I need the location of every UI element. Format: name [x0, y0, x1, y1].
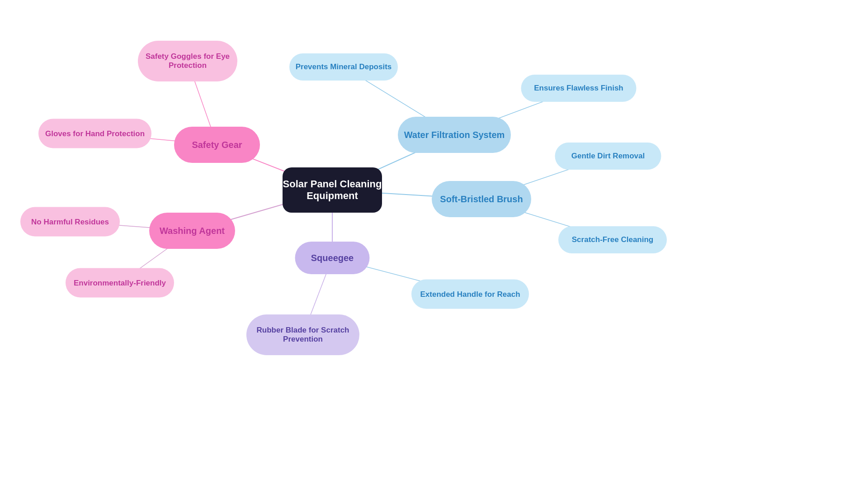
no-residues-node: No Harmful Residues — [20, 207, 120, 237]
prevents-minerals-label: Prevents Mineral Deposits — [296, 62, 392, 71]
rubber-blade-node: Rubber Blade for Scratch Prevention — [246, 314, 359, 355]
scratch-free-label: Scratch-Free Cleaning — [572, 235, 653, 244]
no-residues-label: No Harmful Residues — [31, 217, 109, 226]
center-node: Solar Panel Cleaning Equipment — [283, 167, 382, 213]
center-label: Solar Panel Cleaning Equipment — [283, 178, 382, 202]
extended-handle-label: Extended Handle for Reach — [420, 290, 520, 299]
goggles-node: Safety Goggles for Eye Protection — [138, 41, 237, 81]
flawless-finish-label: Ensures Flawless Finish — [534, 84, 623, 93]
soft-brush-node: Soft-Bristled Brush — [432, 181, 531, 217]
gloves-label: Gloves for Hand Protection — [45, 129, 145, 138]
eco-friendly-node: Environmentally-Friendly — [66, 268, 174, 298]
soft-brush-label: Soft-Bristled Brush — [440, 194, 523, 205]
rubber-blade-label: Rubber Blade for Scratch Prevention — [246, 326, 359, 344]
water-filtration-label: Water Filtration System — [404, 130, 505, 140]
gentle-dirt-label: Gentle Dirt Removal — [571, 152, 645, 161]
washing-agent-node: Washing Agent — [149, 213, 235, 249]
prevents-minerals-node: Prevents Mineral Deposits — [289, 53, 398, 81]
gentle-dirt-node: Gentle Dirt Removal — [555, 143, 661, 170]
goggles-label: Safety Goggles for Eye Protection — [138, 52, 237, 70]
flawless-finish-node: Ensures Flawless Finish — [521, 75, 637, 102]
water-filtration-node: Water Filtration System — [398, 117, 511, 153]
squeegee-label: Squeegee — [311, 253, 354, 263]
eco-friendly-label: Environmentally-Friendly — [74, 278, 166, 287]
extended-handle-node: Extended Handle for Reach — [411, 280, 529, 309]
washing-agent-label: Washing Agent — [160, 226, 225, 236]
scratch-free-node: Scratch-Free Cleaning — [558, 226, 667, 253]
safety-gear-node: Safety Gear — [174, 127, 260, 163]
squeegee-node: Squeegee — [295, 242, 370, 274]
safety-gear-label: Safety Gear — [192, 140, 242, 150]
gloves-node: Gloves for Hand Protection — [38, 119, 151, 148]
